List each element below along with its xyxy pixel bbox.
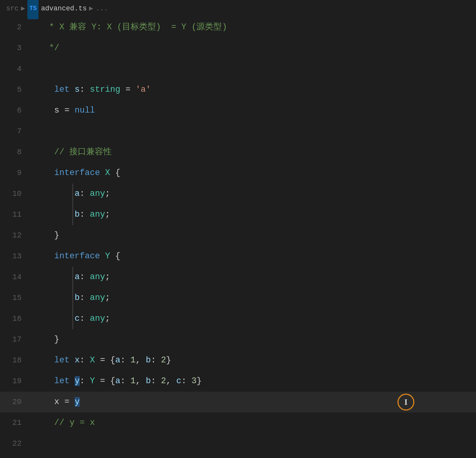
line-content[interactable]: * X 兼容 Y: X (目标类型) = Y (源类型) — [31, 17, 476, 38]
code-line: 2 * X 兼容 Y: X (目标类型) = Y (源类型) — [0, 17, 476, 38]
line-content[interactable]: s = null — [31, 100, 476, 121]
line-number: 19 — [0, 371, 31, 392]
line-number: 5 — [0, 79, 31, 100]
code-line: 17 } — [0, 329, 476, 350]
line-number: 4 — [0, 59, 31, 79]
line-number: 14 — [0, 267, 31, 288]
code-line: 3 */ — [0, 38, 476, 59]
line-number: 21 — [0, 413, 31, 433]
line-number: 15 — [0, 288, 31, 308]
line-number: 6 — [0, 100, 31, 121]
code-line: 22 — [0, 433, 476, 454]
code-line: 8 // 接口兼容性 — [0, 142, 476, 163]
code-line: 18 let x: X = {a: 1, b: 2} — [0, 350, 476, 371]
line-content[interactable]: b: any; — [31, 204, 476, 225]
code-line: 7 — [0, 121, 476, 142]
line-number: 2 — [0, 17, 31, 38]
code-line: 16 c: any; — [0, 308, 476, 329]
code-line: 5 let s: string = 'a' — [0, 79, 476, 100]
breadcrumb-filename: advanced.ts — [41, 0, 87, 19]
line-number: 8 — [0, 142, 31, 163]
line-number: 11 — [0, 204, 31, 225]
line-number: 20 — [0, 392, 31, 413]
breadcrumb-sep1: ▶ — [21, 0, 25, 19]
line-number: 22 — [0, 433, 31, 454]
line-number: 3 — [0, 38, 31, 59]
line-number: 13 — [0, 246, 31, 267]
line-content[interactable]: let y: Y = {a: 1, b: 2, c: 3} — [31, 371, 476, 392]
line-number: 12 — [0, 225, 31, 246]
line-content[interactable]: } — [31, 329, 476, 350]
line-number: 7 — [0, 121, 31, 142]
code-line: 4 — [0, 59, 476, 79]
line-content[interactable]: a: any; — [31, 267, 476, 288]
code-line: 10 a: any; — [0, 184, 476, 204]
code-line: 11 b: any; — [0, 204, 476, 225]
breadcrumb-dots: ... — [96, 0, 108, 19]
code-line: 20 x = yI — [0, 392, 476, 413]
line-content[interactable]: // 接口兼容性 — [31, 142, 476, 163]
line-content[interactable]: */ — [31, 38, 476, 59]
code-line: 14 a: any; — [0, 267, 476, 288]
cursor-icon: I — [397, 394, 414, 411]
breadcrumb-src: src — [6, 0, 18, 19]
line-content[interactable]: let x: X = {a: 1, b: 2} — [31, 350, 476, 371]
line-content[interactable]: let s: string = 'a' — [31, 79, 476, 100]
line-content[interactable]: c: any; — [31, 308, 476, 329]
line-number: 9 — [0, 163, 31, 184]
code-line: 6 s = null — [0, 100, 476, 121]
line-content[interactable]: // y = x — [31, 413, 476, 433]
code-editor: 2 * X 兼容 Y: X (目标类型) = Y (源类型)3 */45 let… — [0, 17, 476, 454]
line-number: 16 — [0, 308, 31, 329]
code-line: 15 b: any; — [0, 288, 476, 308]
line-content[interactable]: interface Y { — [31, 246, 476, 267]
line-number: 10 — [0, 184, 31, 204]
line-content[interactable]: interface X { — [31, 163, 476, 184]
code-line: 13 interface Y { — [0, 246, 476, 267]
code-line: 21 // y = x — [0, 413, 476, 433]
line-number: 18 — [0, 350, 31, 371]
line-content[interactable]: x = yI — [31, 392, 476, 413]
line-content[interactable]: a: any; — [31, 184, 476, 204]
line-content[interactable]: b: any; — [31, 288, 476, 308]
breadcrumb-bar: src ▶ TS advanced.ts ▶ ... — [0, 0, 476, 17]
code-line: 9 interface X { — [0, 163, 476, 184]
line-content[interactable]: } — [31, 225, 476, 246]
breadcrumb-ts-badge: TS — [27, 0, 39, 19]
code-line: 12 } — [0, 225, 476, 246]
code-line: 19 let y: Y = {a: 1, b: 2, c: 3} — [0, 371, 476, 392]
breadcrumb-sep2: ▶ — [89, 0, 93, 19]
line-number: 17 — [0, 329, 31, 350]
